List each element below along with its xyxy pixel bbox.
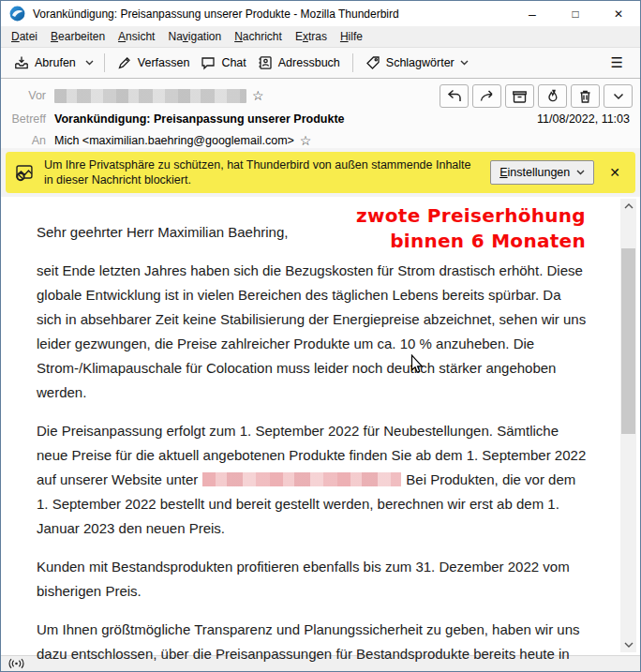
email-body: Sehr geehrter Herr Maximilian Baehring, … xyxy=(37,220,587,672)
menubar: Datei Bearbeiten Ansicht Navigation Nach… xyxy=(1,26,640,48)
message-body-pane: zwote Preiserhöhung binnen 6 Monaten Seh… xyxy=(1,197,640,655)
menu-accesskey: H xyxy=(340,30,349,43)
from-label: Vor xyxy=(1,89,46,102)
menu-hilfe[interactable]: Hilfe xyxy=(334,27,369,46)
paragraph-4: Um Ihnen größtmögliche Transparenz und P… xyxy=(37,618,587,672)
scrollbar-thumb[interactable] xyxy=(621,248,635,434)
chevron-up-icon xyxy=(624,203,634,209)
notification-area: Um Ihre Privatsphäre zu schützen, hat Th… xyxy=(1,148,640,197)
subject-text: Vorankündigung: Preisanpassung unserer P… xyxy=(54,112,345,126)
tags-label: Schlagwörter xyxy=(386,56,455,69)
dismiss-warning-button[interactable]: ✕ xyxy=(604,163,626,182)
settings-accesskey: E xyxy=(499,166,507,179)
paragraph-2: Die Preisanpassung erfolgt zum 1. Septem… xyxy=(37,419,587,541)
scroll-up-button[interactable] xyxy=(620,199,636,214)
menu-label: achricht xyxy=(243,30,282,43)
privacy-warning-bar: Um Ihre Privatsphäre zu schützen, hat Th… xyxy=(6,152,635,193)
compose-label: Verfassen xyxy=(138,56,190,69)
toolbar-separator xyxy=(104,53,105,72)
menu-label: igation xyxy=(188,30,221,43)
titlebar: Vorankündigung: Preisanpassung unserer P… xyxy=(1,1,640,26)
minimize-button[interactable]: – xyxy=(511,1,554,26)
settings-label: Einstellungen xyxy=(499,166,570,179)
address-book-label: Adressbuch xyxy=(278,56,340,69)
address-book-icon xyxy=(258,55,273,70)
menu-label: ilfe xyxy=(349,30,363,43)
url-redacted-blur xyxy=(202,472,401,486)
subject-label: Betreff xyxy=(1,112,46,126)
delete-button[interactable] xyxy=(571,84,600,108)
privacy-warning-text: Um Ihre Privatsphäre zu schützen, hat Th… xyxy=(44,157,481,187)
message-header: Vor ☆ Betreff Vorankündigung: Preisanpas… xyxy=(1,79,640,148)
menu-datei[interactable]: Datei xyxy=(5,27,44,46)
menu-navigation[interactable]: Navigation xyxy=(161,27,228,46)
to-address: Mich <maximilian.baehring@googlemail.com… xyxy=(54,134,294,147)
menu-accesskey: B xyxy=(51,30,58,43)
chevron-down-icon xyxy=(624,642,634,648)
archive-button[interactable] xyxy=(505,84,534,108)
address-book-button[interactable]: Adressbuch xyxy=(252,51,346,75)
archive-icon xyxy=(512,89,528,104)
subject-row: Betreff Vorankündigung: Preisanpassung u… xyxy=(1,108,640,129)
menu-label: E xyxy=(295,30,303,43)
reply-button[interactable] xyxy=(440,84,469,108)
menu-ansicht[interactable]: Ansicht xyxy=(112,27,161,46)
vertical-scrollbar[interactable] xyxy=(620,199,636,652)
reply-icon xyxy=(446,89,463,103)
get-mail-label: Abrufen xyxy=(35,56,76,69)
get-mail-icon xyxy=(14,55,29,70)
menu-nachricht[interactable]: Nachricht xyxy=(228,27,289,46)
app-menu-button[interactable]: ☰ xyxy=(602,52,633,73)
menu-label: Na xyxy=(168,30,182,43)
get-mail-dropdown-button[interactable] xyxy=(82,55,97,70)
menu-extras[interactable]: Extras xyxy=(289,27,334,46)
get-mail-button[interactable]: Abrufen xyxy=(8,51,82,75)
header-action-buttons xyxy=(440,84,633,108)
to-label: An xyxy=(1,134,46,147)
chevron-down-icon xyxy=(460,60,469,66)
chat-button[interactable]: Chat xyxy=(195,51,251,75)
chevron-down-icon xyxy=(576,170,585,175)
blocked-content-icon xyxy=(15,164,35,182)
window-controls: – □ ✕ xyxy=(511,1,640,26)
star-recipient-icon[interactable]: ☆ xyxy=(300,134,312,147)
more-actions-button[interactable] xyxy=(604,84,633,108)
chat-label: Chat xyxy=(221,56,246,69)
forward-button[interactable] xyxy=(472,84,501,108)
trash-icon xyxy=(577,89,593,104)
thunderbird-logo-icon xyxy=(9,6,25,22)
close-button[interactable]: ✕ xyxy=(597,1,640,26)
menu-accesskey: A xyxy=(118,30,126,43)
star-sender-icon[interactable]: ☆ xyxy=(252,89,264,102)
sender-redacted-blur xyxy=(54,89,246,103)
maximize-button[interactable]: □ xyxy=(554,1,597,26)
scroll-down-button[interactable] xyxy=(620,637,636,652)
menu-label: atei xyxy=(20,30,37,43)
menu-accesskey: N xyxy=(234,30,243,43)
paragraph-1: seit Ende letzten Jahres haben sich die … xyxy=(37,259,587,405)
menu-bearbeiten[interactable]: Bearbeiten xyxy=(44,27,112,46)
menu-label: tras xyxy=(308,30,327,43)
compose-button[interactable]: Verfassen xyxy=(112,51,196,75)
tags-button[interactable]: Schlagwörter xyxy=(360,51,474,75)
forward-icon xyxy=(479,89,496,103)
junk-button[interactable] xyxy=(538,84,567,108)
mail-toolbar: Abrufen Verfassen Chat Adressbuch xyxy=(1,48,640,79)
settings-label-rest: instellungen xyxy=(508,166,571,179)
menu-label: nsicht xyxy=(126,30,155,43)
window-title: Vorankündigung: Preisanpassung unserer P… xyxy=(33,7,399,21)
thunderbird-window: Vorankündigung: Preisanpassung unserer P… xyxy=(0,0,641,672)
to-row: An Mich <maximilian.baehring@googlemail.… xyxy=(1,129,640,151)
message-date: 11/08/2022, 11:03 xyxy=(537,112,640,126)
tag-icon xyxy=(365,55,380,70)
flame-icon xyxy=(545,89,560,104)
broadcast-status-icon xyxy=(7,658,25,669)
chevron-down-icon xyxy=(613,93,624,100)
menu-accesskey: D xyxy=(11,30,20,43)
toolbar-separator xyxy=(352,53,353,72)
settings-button[interactable]: Einstellungen xyxy=(490,160,594,185)
greeting: Sehr geehrter Herr Maximilian Baehring, xyxy=(37,220,587,245)
pencil-icon xyxy=(117,55,132,70)
chevron-down-icon xyxy=(85,60,94,66)
chat-bubble-icon xyxy=(201,55,216,70)
